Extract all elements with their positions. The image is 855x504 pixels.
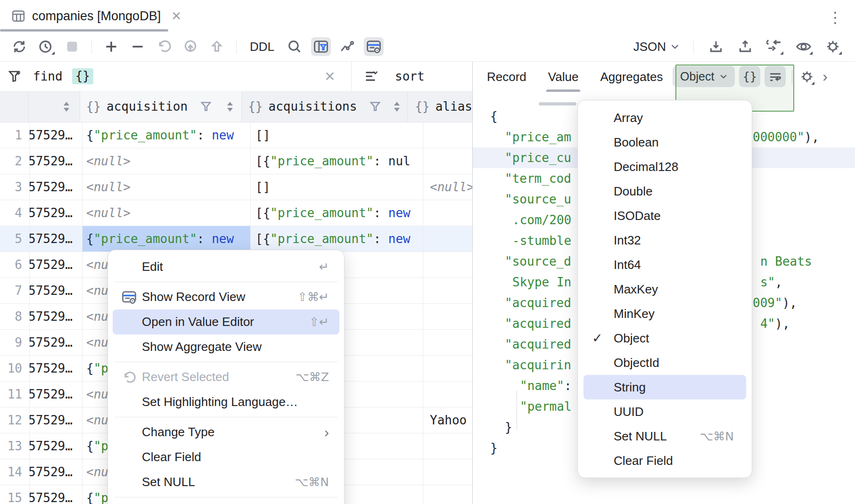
acquisition-cell[interactable]: <null> [82,148,251,174]
import-upload-icon[interactable] [735,37,755,56]
tab-aggregates[interactable]: Aggregates [600,62,663,92]
alias-cell[interactable] [423,278,472,304]
column-filter-icon[interactable] [200,100,212,113]
type-option-objectid[interactable]: ObjectId [584,350,746,375]
sort-arrows-icon[interactable] [394,102,400,112]
refresh-icon[interactable] [9,37,29,56]
id-cell[interactable]: 57529… [30,485,82,504]
type-option-decimal128[interactable]: Decimal128 [584,154,746,179]
acquisitions-cell[interactable]: [{"price_amount": new [251,226,423,252]
table-row[interactable]: 157529…{"price_amount": new[] [0,122,472,148]
id-cell[interactable]: 57529… [30,433,82,459]
id-cell[interactable]: 57529… [30,200,82,226]
menu-item-revert-selected[interactable]: Revert Selected⌥⌘Z [113,365,339,390]
kebab-menu-icon[interactable]: ⋮ [828,8,843,26]
find-label[interactable]: find [33,69,63,83]
sort-arrows-icon[interactable] [227,102,233,112]
row-number[interactable]: 9 [0,330,30,356]
type-option-isodate[interactable]: ISODate [584,203,746,228]
table-row[interactable]: 257529…<null>[{"price_amount": nul [0,148,472,174]
eye-icon[interactable] [794,37,814,56]
gear-icon[interactable] [823,37,843,56]
row-number[interactable]: 12 [0,407,30,433]
find-funnel-icon[interactable] [8,69,26,84]
row-number[interactable]: 3 [0,174,30,200]
type-option-minkey[interactable]: MinKey [584,301,746,326]
revert-icon[interactable] [154,37,174,56]
tab-value[interactable]: Value [548,62,579,92]
id-cell[interactable]: 57529… [30,122,82,148]
menu-item-change-type[interactable]: Change Type› [113,420,339,445]
delete-row-icon[interactable] [128,37,148,56]
submit-icon[interactable] [181,37,200,56]
acquisition-cell[interactable]: {"price_amount": new [82,226,251,252]
row-number[interactable]: 6 [0,252,30,278]
table-row[interactable]: 357529…<null>[]<null> [0,174,472,200]
id-cell[interactable]: 57529… [30,382,82,407]
acquisitions-cell[interactable]: [] [251,122,423,148]
alias-cell[interactable] [423,485,472,504]
alias-cell[interactable] [423,252,472,278]
id-cell[interactable]: 57529… [30,356,82,382]
alias-cell[interactable] [423,122,472,148]
type-option-boolean[interactable]: Boolean [584,130,746,154]
type-option-string[interactable]: String [584,375,746,399]
add-row-icon[interactable] [101,37,121,56]
type-option-int32[interactable]: Int32 [584,228,746,252]
row-number[interactable]: 8 [0,304,30,330]
alias-cell[interactable]: <null> [423,174,472,200]
type-option-maxkey[interactable]: MaxKey [584,277,746,301]
record-view-toggle-icon[interactable] [364,37,384,56]
alias-cell[interactable] [423,433,472,459]
search-icon[interactable] [285,37,304,56]
type-option-clear-field[interactable]: Clear Field [584,448,746,473]
acquisitions-cell[interactable]: [] [251,174,423,200]
find-clear-icon[interactable]: ✕ [324,69,335,84]
row-number[interactable]: 7 [0,278,30,304]
tab-record[interactable]: Record [487,62,526,92]
alias-cell[interactable] [423,148,472,174]
horizontal-scrollbar-thumb[interactable] [539,102,576,106]
id-cell[interactable]: 57529… [30,330,82,356]
history-clock-icon[interactable] [36,37,56,56]
table-row[interactable]: 457529…<null>[{"price_amount": new [0,200,472,226]
id-column-header[interactable] [29,91,80,122]
alias-cell[interactable] [423,200,472,226]
id-cell[interactable]: 57529… [30,252,82,278]
ddl-button[interactable]: DDL [246,40,278,54]
row-number[interactable]: 4 [0,200,30,226]
acquisition-cell[interactable]: <null> [82,174,251,200]
acquisitions-column-header[interactable]: {} acquisitions [242,91,408,122]
export-download-icon[interactable] [706,37,726,56]
acquisitions-cell[interactable]: [{"price_amount": new [251,200,423,226]
menu-item-clear-field[interactable]: Clear Field [113,445,339,470]
alias-column-header[interactable]: {} alias [408,91,472,122]
row-number[interactable]: 2 [0,148,30,174]
alias-cell[interactable] [423,382,472,407]
table-row[interactable]: 557529…{"price_amount": new[{"price_amou… [0,226,472,252]
acquisition-column-header[interactable]: {} acquisition [80,91,242,122]
type-option-set-null[interactable]: Set NULL⌥⌘N [584,424,746,448]
row-number[interactable]: 13 [0,433,30,459]
alias-cell[interactable] [423,356,472,382]
acquisition-cell[interactable]: {"price_amount": new [82,122,251,148]
row-number[interactable]: 14 [0,459,30,485]
row-number[interactable]: 15 [0,485,30,504]
row-number[interactable]: 11 [0,382,30,407]
type-option-int64[interactable]: Int64 [584,252,746,277]
id-cell[interactable]: 57529… [30,459,82,485]
row-number[interactable]: 1 [0,122,30,148]
alias-cell[interactable] [423,304,472,330]
id-cell[interactable]: 57529… [30,148,82,174]
panel-gear-icon[interactable] [798,67,815,86]
type-option-object[interactable]: ✓Object [584,326,746,350]
type-option-double[interactable]: Double [584,179,746,203]
id-cell[interactable]: 57529… [30,278,82,304]
tab-companies-mongodb[interactable]: companies [MongoDB] ✕ [0,0,191,32]
acquisition-cell[interactable]: <null> [82,200,251,226]
row-number[interactable]: 5 [0,226,30,252]
sort-lines-icon[interactable] [364,69,385,83]
row-number[interactable]: 10 [0,356,30,382]
tab-close-icon[interactable]: ✕ [171,9,181,24]
menu-item-set-highlighting-language[interactable]: Set Highlighting Language… [113,390,339,415]
